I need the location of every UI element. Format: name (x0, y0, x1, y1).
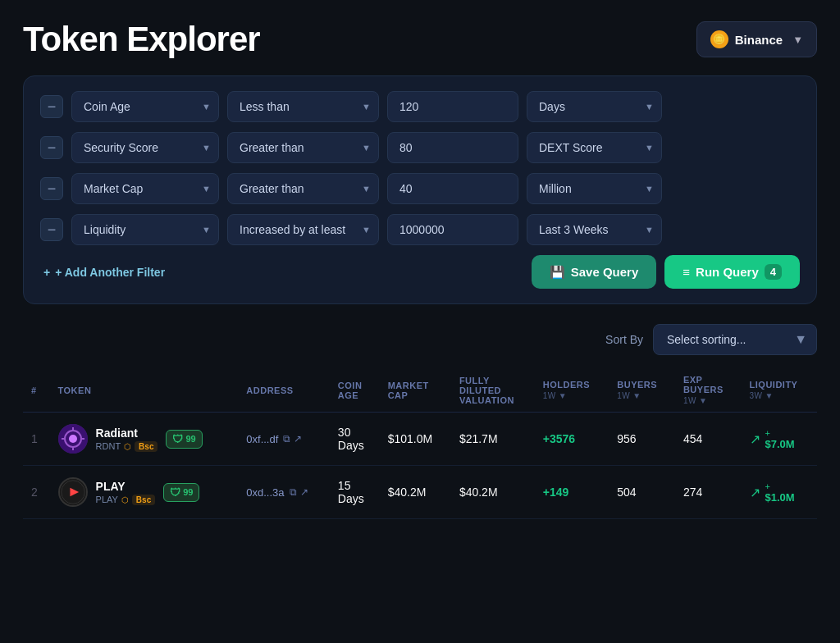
col-exp-buyers: EXPBUYERS 1W ▼ (675, 368, 742, 413)
filter-value-input[interactable] (387, 132, 518, 163)
page-title: Token Explorer (23, 20, 260, 59)
holders: +3576 (535, 413, 609, 466)
remove-filter-button[interactable]: − (40, 218, 63, 241)
shield-icon: 🛡 (172, 433, 183, 445)
buyers: 504 (609, 466, 675, 519)
table-header: # TOKEN ADDRESS COINAGE MARKETCAP FULLYD… (23, 368, 817, 413)
filter-unit-select[interactable]: Last 3 Weeks Last Week Last Month (527, 214, 662, 245)
filter-unit-select[interactable]: Million Billion Thousand (527, 173, 662, 204)
filter-row: − Market Cap Coin Age Security Score Liq… (40, 173, 800, 204)
filter-actions: + + Add Another Filter 💾 Save Query ≡ Ru… (40, 255, 800, 289)
security-badge: 🛡 99 (166, 430, 202, 449)
holders: +149 (535, 466, 609, 519)
exp-buyers: 274 (675, 466, 742, 519)
market-cap: $101.0M (380, 413, 451, 466)
filter-unit-select[interactable]: Days Weeks Months (527, 91, 662, 122)
col-token: TOKEN (50, 368, 239, 413)
exchange-name: Binance (735, 33, 783, 47)
run-query-label: Run Query (696, 265, 759, 279)
coin-age: 15Days (330, 466, 380, 519)
filter-type-wrap: Coin Age Security Score Market Cap Liqui… (71, 91, 219, 122)
trending-up-icon: ↗ (750, 485, 760, 500)
plus-icon: + (43, 266, 50, 279)
results-table: # TOKEN ADDRESS COINAGE MARKETCAP FULLYD… (23, 368, 817, 519)
col-num: # (23, 368, 50, 413)
filter-operator-select[interactable]: Increased by at least Greater than Less … (227, 214, 379, 245)
coin-age: 30Days (330, 413, 380, 466)
remove-filter-button[interactable]: − (40, 95, 63, 118)
chevron-down-icon: ▼ (792, 34, 803, 46)
filter-type-select[interactable]: Market Cap Coin Age Security Score Liqui… (71, 173, 219, 204)
filter-value-input[interactable] (387, 91, 518, 122)
sort-by-label: Sort By (605, 333, 643, 346)
buyers: 956 (609, 413, 675, 466)
address-cell: 0xf...df ⧉ ↗ (238, 413, 330, 466)
filter-type-wrap: Liquidity Coin Age Security Score Market… (71, 214, 219, 245)
copy-icon[interactable]: ⧉ (283, 433, 290, 445)
fdv: $21.7M (451, 413, 535, 466)
market-cap: $40.2M (380, 466, 451, 519)
sort-select-wrap: Select sorting... Market Cap Holders Liq… (653, 324, 817, 355)
shield-icon: 🛡 (170, 486, 180, 499)
filter-unit-wrap: Million Billion Thousand ▼ (527, 173, 662, 204)
svg-point-2 (69, 435, 77, 443)
save-icon: 💾 (550, 265, 565, 280)
table-row: 2 PLAY PLAY (23, 466, 817, 519)
filter-value-input[interactable] (387, 214, 518, 245)
filter-type-select[interactable]: Coin Age Security Score Market Cap Liqui… (71, 91, 219, 122)
token-info: Radiant RDNT ⬡ Bsc (96, 426, 158, 452)
filter-unit-wrap: DEXT Score Percent ▼ (527, 132, 662, 163)
filter-operator-select[interactable]: Less than Greater than Equal to (227, 91, 379, 122)
query-action-buttons: 💾 Save Query ≡ Run Query 4 (532, 255, 800, 289)
token-icon-radiant (58, 424, 88, 454)
page-header: Token Explorer 🪙 Binance ▼ (23, 20, 817, 59)
exchange-icon: 🪙 (710, 30, 728, 48)
token-cell: PLAY PLAY ⬡ Bsc 🛡 99 (50, 466, 239, 519)
address-cell: 0xd...3a ⧉ ↗ (238, 466, 330, 519)
filter-icon: ≡ (682, 265, 690, 279)
filter-unit-wrap: Days Weeks Months ▼ (527, 91, 662, 122)
filter-type-wrap: Security Score Coin Age Market Cap Liqui… (71, 132, 219, 163)
sort-select[interactable]: Select sorting... Market Cap Holders Liq… (653, 324, 817, 355)
security-badge: 🛡 99 (163, 483, 199, 502)
external-link-icon[interactable]: ↗ (294, 433, 302, 445)
token-info: PLAY PLAY ⬡ Bsc (96, 480, 156, 505)
exchange-selector[interactable]: 🪙 Binance ▼ (696, 21, 817, 57)
filter-row: − Coin Age Security Score Market Cap Liq… (40, 91, 800, 122)
col-liquidity: LIQUIDITY 3W ▼ (742, 368, 817, 413)
filter-row: − Liquidity Coin Age Security Score Mark… (40, 214, 800, 245)
token-icon-play (58, 477, 88, 507)
col-holders: HOLDERS 1W ▼ (535, 368, 609, 413)
filter-type-select[interactable]: Liquidity Coin Age Security Score Market… (71, 214, 219, 245)
trending-up-icon: ↗ (750, 431, 760, 447)
copy-icon[interactable]: ⧉ (290, 486, 297, 498)
run-query-button[interactable]: ≡ Run Query 4 (664, 255, 800, 289)
col-address: ADDRESS (238, 368, 330, 413)
filter-type-select[interactable]: Security Score Coin Age Market Cap Liqui… (71, 132, 219, 163)
add-filter-label: + Add Another Filter (55, 266, 165, 279)
filter-type-wrap: Market Cap Coin Age Security Score Liqui… (71, 173, 219, 204)
filter-value-input[interactable] (387, 173, 518, 204)
run-query-count: 4 (765, 264, 782, 280)
save-query-button[interactable]: 💾 Save Query (532, 255, 657, 289)
row-num: 2 (23, 466, 50, 519)
table-row: 1 (23, 413, 817, 466)
add-filter-button[interactable]: + + Add Another Filter (40, 259, 168, 285)
filter-op-wrap: Increased by at least Greater than Less … (227, 214, 379, 245)
external-link-icon[interactable]: ↗ (300, 486, 308, 498)
save-query-label: Save Query (571, 265, 639, 279)
table-body: 1 (23, 413, 817, 519)
filter-operator-select[interactable]: Greater than Less than Equal to (227, 132, 379, 163)
filter-operator-select[interactable]: Greater than Less than Equal to (227, 173, 379, 204)
remove-filter-button[interactable]: − (40, 177, 63, 200)
filter-unit-select[interactable]: DEXT Score Percent (527, 132, 662, 163)
filter-op-wrap: Greater than Less than Equal to ▼ (227, 173, 379, 204)
filter-op-wrap: Less than Greater than Equal to ▼ (227, 91, 379, 122)
col-market-cap: MARKETCAP (380, 368, 451, 413)
col-fdv: FULLYDILUTEDVALUATION (451, 368, 535, 413)
exp-buyers: 454 (675, 413, 742, 466)
filter-op-wrap: Greater than Less than Equal to ▼ (227, 132, 379, 163)
remove-filter-button[interactable]: − (40, 136, 63, 159)
filter-row: − Security Score Coin Age Market Cap Liq… (40, 132, 800, 163)
filter-unit-wrap: Last 3 Weeks Last Week Last Month ▼ (527, 214, 662, 245)
